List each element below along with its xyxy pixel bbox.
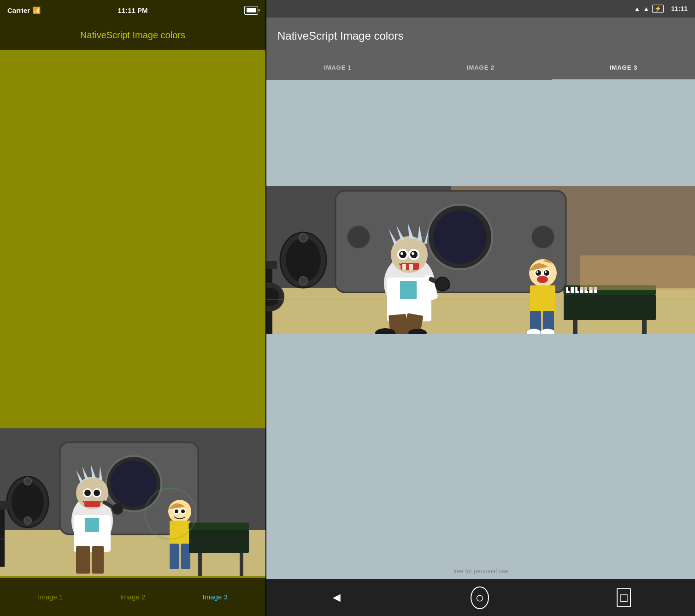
svg-rect-39 <box>189 530 249 553</box>
ios-bottom-bar: Image 1 Image 2 Image 3 <box>0 578 265 616</box>
svg-point-56 <box>347 225 370 249</box>
ios-main-content: 小 XIA <box>0 50 265 578</box>
ios-time: 11:11 PM <box>118 6 147 14</box>
android-time: 11:11 <box>671 5 688 12</box>
svg-rect-23 <box>84 501 100 507</box>
svg-point-95 <box>537 276 548 283</box>
ios-cartoon-scene: 小 XIA <box>0 428 265 576</box>
svg-rect-11 <box>0 501 9 509</box>
svg-rect-110 <box>577 287 580 291</box>
svg-rect-115 <box>580 255 695 290</box>
svg-rect-113 <box>573 320 577 334</box>
ios-top-space <box>0 50 265 188</box>
android-status-bar: ▲ ▲ ⚡ 11:11 <box>266 0 695 18</box>
android-home-button[interactable]: ○ <box>471 586 489 609</box>
android-top-space <box>266 80 695 186</box>
android-bottom-space <box>266 334 695 579</box>
svg-point-6 <box>24 517 31 524</box>
svg-point-83 <box>436 277 449 291</box>
ios-scene-container: 小 XIA <box>0 428 265 578</box>
android-header: NativeScript Image colors <box>266 18 695 54</box>
svg-point-91 <box>536 270 541 276</box>
svg-point-22 <box>94 490 100 496</box>
ios-wifi-icon: 📶 <box>33 6 41 14</box>
android-header-title: NativeScript Image colors <box>277 30 403 42</box>
svg-point-33 <box>175 509 178 513</box>
android-phone: ▲ ▲ ⚡ 11:11 NativeScript Image colors IM… <box>266 0 695 616</box>
svg-rect-36 <box>170 544 179 569</box>
android-tab-image1[interactable]: IMAGE 1 <box>266 54 409 80</box>
ios-carrier: Carrier 📶 <box>7 6 41 14</box>
svg-rect-10 <box>0 507 5 567</box>
svg-text:小: 小 <box>156 501 161 507</box>
svg-point-5 <box>24 478 31 485</box>
svg-rect-40 <box>198 553 202 576</box>
android-wifi-icon: ▲ <box>634 5 640 12</box>
svg-rect-27 <box>85 518 99 532</box>
svg-rect-38 <box>189 523 249 530</box>
android-battery-icon: ⚡ <box>652 5 664 13</box>
android-tabs: IMAGE 1 IMAGE 2 IMAGE 3 <box>266 54 695 80</box>
ios-status-icons <box>244 6 258 15</box>
ios-carrier-text: Carrier <box>7 6 30 14</box>
ios-tab-image1[interactable]: Image 1 <box>38 593 63 601</box>
android-status-icons: ▲ ▲ ⚡ <box>634 5 664 13</box>
svg-point-51 <box>299 234 307 242</box>
android-content <box>266 80 695 579</box>
ios-phone: Carrier 📶 11:11 PM NativeScript Image co… <box>0 0 265 616</box>
svg-rect-109 <box>568 287 571 291</box>
svg-point-57 <box>531 225 554 249</box>
svg-point-34 <box>181 509 185 513</box>
ios-tab-image2[interactable]: Image 2 <box>120 593 145 601</box>
android-tab-image3[interactable]: IMAGE 3 <box>552 54 695 80</box>
svg-point-93 <box>536 271 538 273</box>
ios-tab-image3[interactable]: Image 3 <box>203 593 228 601</box>
android-back-button[interactable]: ◄ <box>330 590 343 605</box>
svg-rect-59 <box>266 261 277 269</box>
svg-point-55 <box>433 210 487 264</box>
svg-rect-80 <box>400 281 417 299</box>
android-image-middle <box>266 186 695 334</box>
svg-rect-77 <box>402 264 406 270</box>
svg-point-50 <box>286 238 321 282</box>
ios-header: NativeScript Image colors <box>0 20 265 50</box>
svg-point-21 <box>84 490 91 496</box>
svg-point-92 <box>544 270 549 276</box>
ios-battery-icon <box>244 6 258 15</box>
svg-text:XIA: XIA <box>165 521 177 526</box>
android-recents-button[interactable]: □ <box>617 588 631 607</box>
svg-rect-28 <box>76 546 90 574</box>
android-signal-icon: ▲ <box>643 5 649 12</box>
svg-point-94 <box>545 271 547 273</box>
android-cartoon-scene <box>266 186 695 334</box>
svg-point-52 <box>299 277 307 285</box>
svg-rect-29 <box>92 546 104 574</box>
ios-status-bar: Carrier 📶 11:11 PM <box>0 0 265 20</box>
svg-rect-41 <box>240 553 243 576</box>
svg-point-75 <box>412 252 414 255</box>
svg-point-74 <box>401 252 403 255</box>
android-tab-image2[interactable]: IMAGE 2 <box>409 54 552 80</box>
svg-rect-114 <box>642 320 647 334</box>
svg-rect-103 <box>571 287 574 293</box>
svg-rect-112 <box>564 295 656 320</box>
android-nav-bar: ◄ ○ □ <box>266 579 695 616</box>
ios-header-title: NativeScript Image colors <box>80 30 185 41</box>
svg-point-25 <box>112 503 123 515</box>
svg-rect-78 <box>409 264 413 270</box>
